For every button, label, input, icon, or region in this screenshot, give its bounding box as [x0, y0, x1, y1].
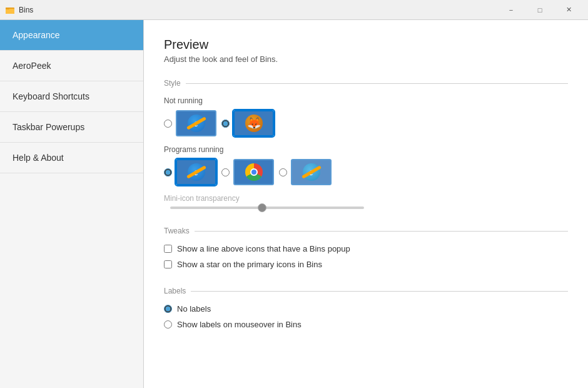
- content-panel: Preview Adjust the look and feel of Bins…: [144, 20, 588, 388]
- programs-running-preview2: [233, 159, 274, 185]
- not-running-option2[interactable]: 🦊: [221, 110, 274, 136]
- chrome-icon: [245, 163, 263, 181]
- not-running-options: e 🦊: [164, 110, 568, 136]
- labels-section-label: Labels: [164, 287, 186, 295]
- tweak2[interactable]: Show a star on the primary icons in Bins: [164, 260, 568, 269]
- not-running-preview2: 🦊: [233, 110, 274, 136]
- ie-icon-2: e: [188, 163, 205, 181]
- main-layout: Appearance AeroPeek Keyboard Shortcuts T…: [0, 20, 588, 388]
- label-radio2[interactable]: [164, 320, 172, 329]
- tweaks-section-header: Tweaks: [164, 227, 568, 235]
- label-text2: Show labels on mouseover in Bins: [177, 320, 302, 329]
- svg-rect-2: [6, 8, 9, 9]
- maximize-button[interactable]: □: [525, 0, 554, 20]
- page-subtitle: Adjust the look and feel of Bins.: [164, 54, 568, 64]
- ie-icon: e: [188, 115, 205, 132]
- tweaks-label: Tweaks: [164, 227, 190, 235]
- tweak2-checkbox[interactable]: [164, 260, 172, 268]
- programs-running-options: e: [164, 159, 568, 185]
- programs-running-option1[interactable]: e: [164, 159, 216, 185]
- tweak1-label: Show a line above icons that have a Bins…: [177, 244, 350, 253]
- label-option2[interactable]: Show labels on mouseover in Bins: [164, 320, 568, 329]
- not-running-group: Not running e 🦊: [164, 96, 568, 136]
- style-section-header: Style: [164, 79, 568, 88]
- transparency-slider-thumb[interactable]: [258, 203, 266, 212]
- programs-running-radio1[interactable]: [164, 168, 172, 176]
- label-option1[interactable]: No labels: [164, 304, 568, 314]
- programs-running-label: Programs running: [164, 145, 568, 154]
- tweak1-checkbox[interactable]: [164, 245, 172, 253]
- sidebar-item-appearance[interactable]: Appearance: [0, 20, 143, 51]
- slider-container: [164, 207, 568, 209]
- window-controls: − □ ✕: [497, 0, 583, 20]
- labels-divider: [191, 291, 568, 292]
- titlebar: Bins − □ ✕: [0, 0, 588, 20]
- app-icon: [5, 5, 15, 15]
- not-running-radio1[interactable]: [164, 120, 172, 128]
- sidebar-item-aeropeek[interactable]: AeroPeek: [0, 51, 143, 81]
- style-section: Style Not running e: [164, 79, 568, 209]
- sidebar-item-keyboard-shortcuts[interactable]: Keyboard Shortcuts: [0, 81, 143, 112]
- programs-running-radio2[interactable]: [221, 168, 230, 176]
- not-running-label: Not running: [164, 96, 568, 105]
- programs-running-option2[interactable]: [221, 159, 274, 185]
- labels-section-header: Labels: [164, 287, 568, 295]
- sidebar-item-taskbar-powerups[interactable]: Taskbar Powerups: [0, 112, 143, 143]
- not-running-radio2[interactable]: [221, 120, 230, 128]
- tweaks-section: Tweaks Show a line above icons that have…: [164, 227, 568, 269]
- programs-running-group: Programs running e: [164, 145, 568, 185]
- page-title: Preview: [164, 38, 568, 52]
- transparency-slider-track: [170, 207, 364, 209]
- svg-rect-1: [6, 9, 14, 14]
- close-button[interactable]: ✕: [554, 0, 583, 20]
- not-running-option1[interactable]: e: [164, 110, 216, 136]
- label-radio1[interactable]: [164, 305, 172, 313]
- not-running-preview1: e: [176, 110, 216, 136]
- style-label: Style: [164, 79, 181, 88]
- label-text1: No labels: [177, 304, 211, 314]
- window-title: Bins: [19, 6, 497, 14]
- minimize-button[interactable]: −: [497, 0, 525, 20]
- programs-running-radio3[interactable]: [279, 168, 287, 176]
- transparency-label: Mini-icon transparency: [164, 194, 568, 203]
- sidebar-item-help-about[interactable]: Help & About: [0, 143, 143, 173]
- tweaks-divider: [195, 231, 568, 232]
- programs-running-preview3: e: [291, 159, 332, 185]
- labels-section: Labels No labels Show labels on mouseove…: [164, 287, 568, 329]
- tweak2-label: Show a star on the primary icons in Bins: [177, 260, 322, 269]
- ie-icon-3: e: [303, 163, 320, 181]
- style-divider: [186, 83, 568, 84]
- programs-running-option3[interactable]: e: [279, 159, 332, 185]
- transparency-row: Mini-icon transparency: [164, 194, 568, 209]
- tweak1[interactable]: Show a line above icons that have a Bins…: [164, 244, 568, 253]
- sidebar: Appearance AeroPeek Keyboard Shortcuts T…: [0, 20, 144, 388]
- firefox-icon: 🦊: [245, 115, 263, 132]
- programs-running-preview1: e: [176, 159, 216, 185]
